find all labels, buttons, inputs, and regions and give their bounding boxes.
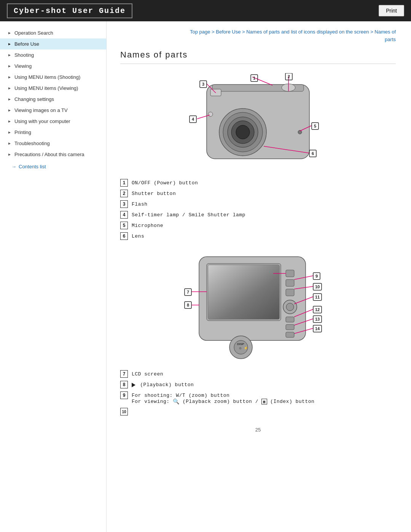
svg-text:4: 4 (192, 117, 194, 121)
camera-front-diagram: 1 2 3 4 5 6 (120, 73, 396, 172)
svg-text:8: 8 (187, 303, 189, 307)
part-number-6: 6 (120, 232, 128, 240)
main-content: Top page > Before Use > Names of parts a… (107, 21, 411, 532)
breadcrumb-part-2[interactable]: Before Use (216, 29, 241, 35)
svg-text:1: 1 (253, 76, 255, 80)
svg-point-38 (286, 303, 294, 311)
svg-text:9: 9 (315, 274, 318, 278)
part-item-7: 7 LCD screen (120, 370, 396, 378)
arrow-icon: ► (8, 53, 11, 57)
part-item-10: 10 (120, 408, 396, 415)
arrow-icon: ► (8, 86, 11, 90)
arrow-icon: ► (8, 152, 11, 157)
sidebar-item-operation-search[interactable]: ► Operation Search (0, 27, 106, 38)
sidebar-item-label: Changing settings (14, 96, 54, 102)
svg-text:13: 13 (315, 317, 320, 321)
svg-text:3: 3 (202, 82, 204, 86)
sidebar-item-shooting[interactable]: ► Shooting (0, 50, 106, 61)
camera-front-svg: 1 2 3 4 5 6 (176, 73, 340, 172)
page-title: Names of parts (120, 50, 396, 64)
sidebar-item-troubleshooting[interactable]: ► Troubleshooting (0, 138, 106, 149)
part-label-1: ON/OFF (Power) button (132, 180, 198, 186)
index-icon: ▦ (261, 399, 267, 404)
sidebar-item-viewing[interactable]: ► Viewing (0, 61, 106, 72)
sidebar-item-before-use[interactable]: ► Before Use (0, 38, 106, 50)
page-number: 25 (120, 427, 396, 433)
sidebar-item-changing-settings[interactable]: ► Changing settings (0, 94, 106, 105)
sidebar-item-label: Printing (14, 129, 31, 135)
part-number-7: 7 (120, 370, 128, 378)
svg-text:⊙: ⊙ (239, 347, 242, 350)
sidebar-item-label: Precautions / About this camera (14, 152, 84, 157)
breadcrumb-part-3[interactable]: Names of parts and list of icons display… (246, 29, 369, 35)
page-layout: ► Operation Search ► Before Use ► Shooti… (0, 21, 411, 532)
camera-back-svg: DISP ⊙ ⚡ 7 8 9 10 (176, 249, 340, 363)
header: Cyber-shot User Guide Print (0, 0, 411, 21)
svg-text:14: 14 (315, 326, 320, 331)
sidebar-item-label: Viewing (14, 63, 32, 69)
svg-text:11: 11 (315, 295, 320, 299)
arrow-right-icon: → (11, 164, 16, 169)
sidebar-item-using-menu-viewing[interactable]: ► Using MENU items (Viewing) (0, 83, 106, 94)
part-label-7: LCD screen (132, 371, 163, 377)
sidebar-item-label: Using MENU items (Shooting) (14, 74, 80, 80)
arrow-icon: ► (8, 64, 11, 68)
sidebar-item-label: Before Use (14, 41, 39, 47)
svg-rect-36 (286, 289, 294, 296)
contents-list-link[interactable]: → Contents list (0, 160, 106, 173)
part-number-2: 2 (120, 190, 128, 197)
part-item-4: 4 Self-timer lamp / Smile Shutter lamp (120, 211, 396, 219)
arrow-icon: ► (8, 119, 11, 123)
part-label-6: Lens (132, 233, 144, 239)
part-label-5: Microphone (132, 223, 163, 228)
front-parts-list: 1 ON/OFF (Power) button 2 Shutter button… (120, 179, 396, 240)
back-parts-list: 7 LCD screen 8 (Playback) button 9 For s… (120, 370, 396, 415)
sidebar-item-printing[interactable]: ► Printing (0, 127, 106, 138)
svg-text:7: 7 (187, 290, 189, 294)
search-zoom-icon: 🔍 (173, 399, 180, 405)
svg-text:DISP: DISP (237, 342, 244, 346)
sidebar-item-precautions[interactable]: ► Precautions / About this camera (0, 149, 106, 160)
sidebar-item-label: Viewing images on a TV (14, 107, 68, 113)
svg-text:⚡: ⚡ (244, 346, 248, 350)
app-title: Cyber-shot User Guide (7, 3, 132, 18)
breadcrumb-separator: > (242, 29, 246, 35)
part-item-2: 2 Shutter button (120, 190, 396, 197)
svg-rect-40 (286, 324, 294, 330)
part-item-5: 5 Microphone (120, 222, 396, 229)
svg-text:10: 10 (315, 284, 320, 289)
part-number-5: 5 (120, 222, 128, 229)
arrow-icon: ► (8, 141, 11, 145)
part-label-9: For shooting: W/T (zoom) button For view… (132, 393, 314, 405)
part-label-4: Self-timer lamp / Smile Shutter lamp (132, 212, 245, 218)
svg-text:5: 5 (314, 124, 316, 128)
breadcrumb-separator: > (212, 29, 216, 35)
sidebar-item-label: Shooting (14, 52, 34, 58)
arrow-icon: ► (8, 130, 11, 134)
play-icon (132, 383, 135, 387)
svg-text:2: 2 (288, 74, 290, 79)
part-number-1: 1 (120, 179, 128, 187)
part-number-8: 8 (120, 381, 128, 388)
svg-rect-35 (286, 280, 294, 286)
arrow-icon: ► (8, 97, 11, 101)
breadcrumb-part-1[interactable]: Top page (190, 29, 210, 35)
arrow-icon: ► (8, 31, 11, 35)
breadcrumb-part-4[interactable]: Names ofparts (374, 29, 396, 42)
part-label-2: Shutter button (132, 191, 176, 197)
camera-back-diagram: DISP ⊙ ⚡ 7 8 9 10 (120, 249, 396, 363)
part-number-3: 3 (120, 200, 128, 208)
svg-text:6: 6 (312, 151, 314, 156)
breadcrumb-separator: > (370, 29, 374, 35)
part-number-10: 10 (120, 408, 128, 415)
part-item-1: 1 ON/OFF (Power) button (120, 179, 396, 187)
arrow-icon: ► (8, 75, 11, 79)
sidebar-item-viewing-tv[interactable]: ► Viewing images on a TV (0, 105, 106, 116)
sidebar-item-label: Using MENU items (Viewing) (14, 85, 78, 91)
print-button[interactable]: Print (379, 5, 404, 16)
sidebar-item-using-computer[interactable]: ► Using with your computer (0, 116, 106, 127)
sidebar-item-using-menu-shooting[interactable]: ► Using MENU items (Shooting) (0, 72, 106, 83)
part-number-4: 4 (120, 211, 128, 219)
sidebar-item-label: Troubleshooting (14, 141, 50, 146)
contents-link-label: Contents list (19, 164, 46, 169)
